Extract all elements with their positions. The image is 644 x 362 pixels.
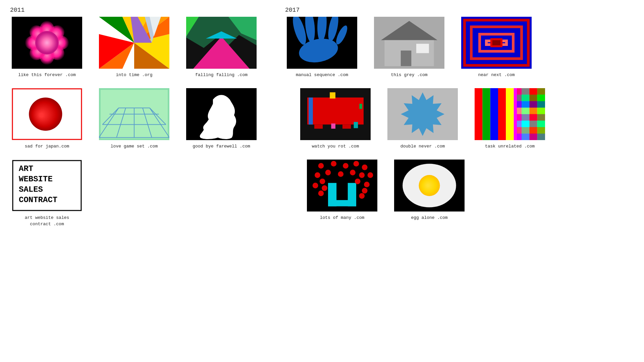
artwork-label: near next .com [478,72,515,78]
artwork-double-never[interactable]: double never .com [386,88,460,149]
artwork-label: into time .org [116,72,152,78]
artwork-love-game-set[interactable]: love game set .com [97,88,171,149]
artwork-label: lots of many .com [320,215,365,221]
artwork-label: manual sequence .com [296,72,348,78]
artwork-label: double never .com [400,143,445,149]
artwork-lots-of-many[interactable]: lots of many .com [305,160,379,221]
artwork-label: sad for japan.com [25,143,69,149]
artwork-label: like this forever .com [18,72,76,78]
artwork-like-this-forever[interactable]: like this forever .com [10,17,84,78]
main-container: 2011 like this forever .com into time .o… [10,7,634,227]
artwork-label: watch you rot .com [312,143,359,149]
artwork-good-bye-farewell[interactable]: good bye farewell .com [184,88,258,149]
artwork-watch-you-rot[interactable]: watch you rot .com [299,88,372,149]
artwork-label: falling falling .com [195,72,248,78]
artwork-label: good bye farewell .com [193,143,250,149]
artwork-task-unrelated[interactable]: task unrelated .com [473,88,547,149]
artwork-label: task unrelated .com [485,143,535,149]
artwork-label: this grey .com [391,72,427,78]
artwork-into-time[interactable]: into time .org [97,17,171,78]
artwork-egg-alone[interactable]: egg alone .com [392,160,466,221]
year-2017: 2017 [285,7,533,13]
artwork-manual-sequence[interactable]: manual sequence .com [285,17,359,78]
artwork-sad-for-japan[interactable]: sad for japan.com [10,88,84,149]
artwork-falling-falling[interactable]: falling falling .com [184,17,258,78]
artwork-art-website-sales-contract[interactable]: art website salescontract .com [10,160,84,227]
artwork-label: love game set .com [111,143,158,149]
artwork-near-next[interactable]: near next .com [460,17,533,78]
year-2011: 2011 [10,7,258,13]
artwork-this-grey[interactable]: this grey .com [372,17,446,78]
artwork-label: egg alone .com [411,215,447,221]
artwork-label: art website salescontract .com [25,215,69,227]
